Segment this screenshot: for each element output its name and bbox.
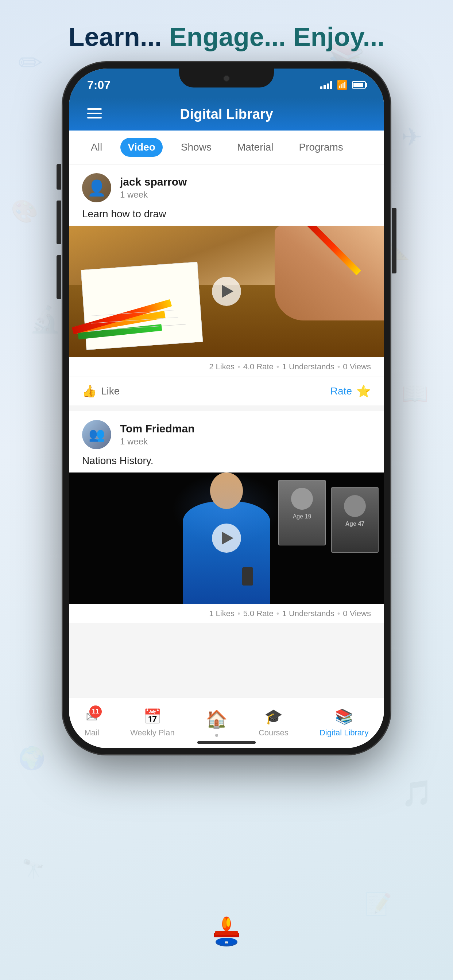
nav-label-digital-library: Digital Library (319, 728, 369, 738)
views-count-2: 0 Views (343, 609, 371, 618)
volume-silent-button (57, 164, 61, 189)
nav-label-weekly-plan: Weekly Plan (130, 728, 175, 738)
understands-count-1: 1 Understands (282, 362, 335, 372)
sep2: • (276, 362, 279, 372)
tab-programs[interactable]: Programs (292, 138, 351, 157)
post-stats-1: 2 Likes • 4.0 Rate • 1 Understands • 0 V… (69, 357, 384, 377)
sep4: • (238, 609, 240, 618)
like-button-1[interactable]: 👍 Like (82, 384, 120, 398)
avatar-tom-friedman (82, 420, 111, 449)
phone-mockup: 7:07 📶 (62, 62, 391, 755)
sep1: • (238, 362, 240, 372)
book-stack-icon: 📚 (335, 708, 353, 725)
tagline-rest: Engage... Enjoy... (162, 22, 385, 51)
bottom-nav: ✉ 11 Mail 📅 Weekly Plan 🏠 🎓 (69, 697, 384, 748)
home-icon: 🏠 (206, 709, 228, 730)
avatar-jack-sparrow (82, 173, 111, 202)
post-title-2: Nations History. (69, 455, 384, 473)
nav-item-weekly-plan[interactable]: 📅 Weekly Plan (130, 708, 175, 738)
header-tagline: Learn... Engage... Enjoy... (0, 22, 453, 52)
star-icon-1: ⭐ (356, 384, 371, 398)
status-icons: 📶 (320, 80, 366, 90)
tab-video[interactable]: Video (120, 138, 163, 157)
tab-shows[interactable]: Shows (174, 138, 219, 157)
sep3: • (337, 362, 340, 372)
post-header-2: Tom Friedman 1 week (69, 411, 384, 455)
logo-icon: 📖 (205, 913, 248, 957)
svg-text:📖: 📖 (225, 940, 228, 944)
play-triangle-icon (222, 285, 233, 298)
rate-button-1[interactable]: Rate ⭐ (330, 384, 371, 398)
post-actions-1: 👍 Like Rate ⭐ (69, 377, 384, 406)
like-label-1: Like (101, 385, 120, 397)
nav-label-courses: Courses (258, 728, 289, 738)
signal-bar-2 (324, 85, 326, 89)
home-indicator (197, 741, 256, 744)
play-triangle-icon-2 (222, 531, 233, 545)
battery-icon (352, 81, 366, 89)
svg-point-16 (226, 918, 230, 927)
nav-item-digital-library[interactable]: 📚 Digital Library (319, 708, 369, 738)
svg-rect-18 (215, 931, 238, 935)
nav-item-courses[interactable]: 🎓 Courses (258, 708, 289, 738)
filter-tabs: All Video Shows Material Programs (69, 130, 384, 164)
power-button (392, 208, 396, 274)
camera (223, 75, 230, 82)
phone-screen: 7:07 📶 (69, 68, 384, 748)
hamburger-menu-icon[interactable] (87, 107, 102, 122)
post-meta-2: Tom Friedman 1 week (120, 423, 371, 447)
wifi-icon: 📶 (337, 80, 348, 90)
tagline-learn: Learn... (69, 22, 162, 51)
post-stats-2: 1 Likes • 5.0 Rate • 1 Understands • 0 V… (69, 604, 384, 624)
post-thumbnail-2[interactable]: Age 19 Age 47 (69, 473, 384, 604)
mail-badge: 11 (89, 705, 102, 718)
rate-label-1: Rate (330, 385, 352, 397)
signal-icon (320, 81, 332, 89)
post-thumbnail-1[interactable] (69, 226, 384, 357)
post-time-1: 1 week (120, 189, 371, 200)
tab-material[interactable]: Material (230, 138, 281, 157)
status-time: 7:07 (87, 78, 110, 92)
bottom-logo: 📖 (205, 913, 248, 958)
sep6: • (337, 609, 340, 618)
nav-item-home[interactable]: 🏠 (206, 709, 228, 737)
rate-count-1: 4.0 Rate (243, 362, 274, 372)
play-button-1[interactable] (212, 277, 241, 306)
likes-count-1: 2 Likes (209, 362, 234, 372)
battery-fill (353, 83, 363, 87)
home-dot (215, 734, 218, 737)
signal-bar-1 (320, 86, 322, 89)
content-area: jack sparrow 1 week Learn how to draw (69, 164, 384, 702)
post-meta-1: jack sparrow 1 week (120, 176, 371, 200)
signal-bar-4 (330, 81, 332, 89)
svg-rect-12 (87, 113, 102, 114)
thumbs-up-icon: 👍 (82, 384, 97, 398)
post-title-1: Learn how to draw (69, 208, 384, 226)
post-time-2: 1 week (120, 436, 371, 447)
nav-item-mail[interactable]: ✉ 11 Mail (85, 708, 99, 738)
post-card-1: jack sparrow 1 week Learn how to draw (69, 164, 384, 406)
post-card-2: Tom Friedman 1 week Nations History. (69, 411, 384, 624)
signal-bar-3 (327, 83, 329, 89)
calendar-icon: 📅 (144, 708, 161, 725)
graduation-icon: 🎓 (265, 708, 283, 725)
sep5: • (276, 609, 279, 618)
top-nav: Digital Library (69, 98, 384, 130)
tab-all[interactable]: All (83, 138, 109, 157)
understands-count-2: 1 Understands (282, 609, 335, 618)
notch (179, 68, 274, 88)
volume-up-button (57, 200, 61, 244)
svg-rect-11 (87, 108, 102, 110)
svg-point-15 (222, 918, 227, 928)
nav-label-mail: Mail (85, 728, 99, 738)
play-button-2[interactable] (212, 523, 241, 553)
post-author-1: jack sparrow (120, 176, 371, 188)
post-header-1: jack sparrow 1 week (69, 164, 384, 208)
likes-count-2: 1 Likes (209, 609, 234, 618)
views-count-1: 0 Views (343, 362, 371, 372)
phone-outer: 7:07 📶 (62, 62, 391, 755)
svg-rect-13 (87, 117, 102, 118)
volume-down-button (57, 255, 61, 299)
nav-title: Digital Library (180, 107, 273, 122)
rate-count-2: 5.0 Rate (243, 609, 274, 618)
